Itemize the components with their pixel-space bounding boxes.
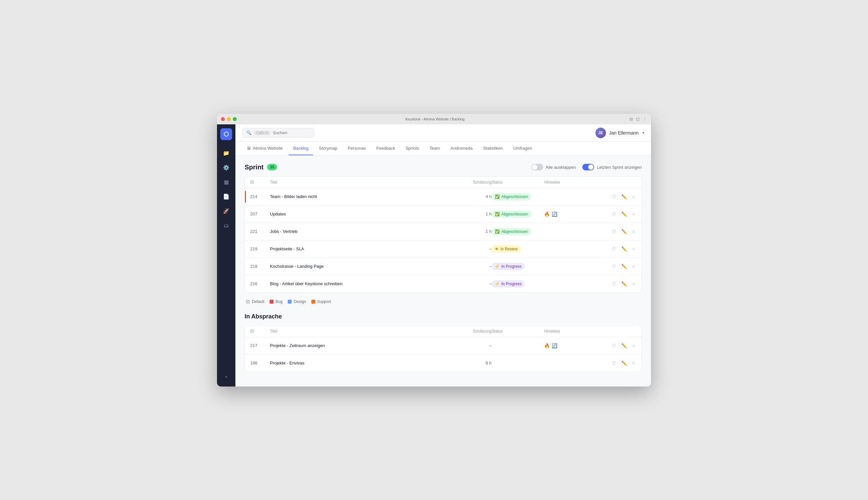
app-logo[interactable]: ⬡: [220, 128, 232, 140]
tab-personas-label: Personas: [348, 146, 366, 151]
timer-icon[interactable]: ⏱: [610, 193, 617, 201]
chevron-down-icon[interactable]: ▾: [643, 130, 645, 135]
sidebar-item-documents[interactable]: 📄: [220, 191, 232, 203]
tab-backlog[interactable]: Backlog: [289, 142, 313, 155]
window-title: Keystone - Atmina Website | Backlog: [241, 117, 629, 121]
search-box[interactable]: 🔍 CMD+K: [242, 128, 314, 137]
fullscreen-icon: ⊡: [636, 116, 640, 122]
sprint-badge: 35: [267, 164, 277, 170]
more-icon[interactable]: ≡: [631, 245, 636, 253]
timer-icon[interactable]: ⏱: [610, 359, 617, 367]
status-check-icon: ✅: [495, 194, 500, 199]
row-estimate: –: [452, 343, 491, 348]
row-title: Updates: [270, 212, 452, 216]
row-title: Team - Bilder laden nicht: [270, 194, 452, 199]
close-button[interactable]: [221, 117, 225, 121]
tab-statistiken[interactable]: Statistiken: [478, 142, 507, 155]
more-icon[interactable]: ≡: [631, 228, 636, 236]
edit-icon[interactable]: ✏️: [620, 210, 628, 218]
row-actions: ⏱ ✏️ ≡: [597, 342, 636, 350]
more-icon[interactable]: ≡: [631, 193, 636, 201]
tab-storymap[interactable]: Storymap: [314, 142, 342, 155]
topbar-right: JE Jan Ellermann ▾: [595, 128, 645, 138]
more-icon[interactable]: ≡: [631, 262, 636, 270]
col-id: ID: [250, 180, 270, 184]
tab-personas[interactable]: Personas: [343, 142, 371, 155]
sidebar-expand-button[interactable]: »: [220, 371, 232, 383]
timer-icon[interactable]: ⏱: [610, 245, 617, 253]
tab-team[interactable]: Team: [425, 142, 444, 155]
more-icon[interactable]: ≡: [631, 342, 636, 350]
tab-andromeda-label: Andromeda: [450, 146, 473, 151]
table-row: 207 Updates 1 h ✅ Abgeschlossen 🔥 🔄: [245, 206, 641, 223]
status-check-icon: ✅: [495, 229, 500, 234]
legend-item-support: Support: [311, 299, 331, 304]
absprache-table: ID Titel Schätzung Status Hinweise 217 P…: [245, 325, 642, 372]
expand-toggle[interactable]: [531, 164, 543, 170]
row-estimate: 1 h: [452, 212, 491, 216]
toggle-knob: [532, 164, 537, 170]
last-sprint-toggle[interactable]: [582, 164, 594, 170]
col-actions: [597, 329, 636, 333]
edit-icon[interactable]: ✏️: [620, 245, 628, 253]
col-title: Titel: [270, 329, 452, 333]
row-actions: ⏱ ✏️ ≡: [597, 228, 636, 236]
legend-color-default: [246, 300, 250, 304]
status-badge: ✅ Abgeschlossen: [491, 211, 531, 218]
sidebar: ⬡ 📁 ⚙️ ▦ 📄 🚀 🗂 »: [217, 124, 235, 387]
col-actions: [597, 180, 636, 184]
tab-umfragen[interactable]: Umfragen: [509, 142, 536, 155]
timer-icon[interactable]: ⏱: [610, 210, 617, 218]
titlebar-actions: ⊞ ⊡ ⋮: [629, 116, 647, 122]
tab-sprints-label: Sprints: [406, 146, 419, 151]
edit-icon[interactable]: ✏️: [620, 193, 628, 201]
tab-storymap-label: Storymap: [319, 146, 337, 151]
edit-icon[interactable]: ✏️: [620, 342, 628, 350]
edit-icon[interactable]: ✏️: [620, 359, 628, 367]
row-estimate: –: [452, 246, 491, 251]
legend-color-bug: [270, 300, 274, 304]
row-status: ✅ Abgeschlossen: [491, 193, 544, 200]
status-label: Abgeschlossen: [501, 194, 528, 199]
tab-atmina[interactable]: 🖥 Atmina Website: [242, 142, 287, 155]
row-title: Blog - Artikel über Keystone schreiben: [270, 281, 452, 286]
row-status: ✅ Abgeschlossen: [491, 228, 544, 235]
timer-icon[interactable]: ⏱: [610, 280, 617, 288]
more-icon[interactable]: ≡: [631, 280, 636, 288]
legend-label-bug: Bug: [276, 299, 282, 304]
sidebar-item-projects[interactable]: 📁: [220, 147, 232, 159]
tab-andromeda[interactable]: Andromeda: [446, 142, 477, 155]
more-icon[interactable]: ≡: [631, 210, 636, 218]
row-status: ⚡ In Progress: [491, 263, 544, 270]
edit-icon[interactable]: ✏️: [620, 262, 628, 270]
tab-feedback[interactable]: Feedback: [372, 142, 400, 155]
timer-icon[interactable]: ⏱: [610, 262, 617, 270]
maximize-button[interactable]: [233, 117, 237, 121]
timer-icon[interactable]: ⏱: [610, 342, 617, 350]
row-id: 218: [250, 264, 270, 269]
row-actions: ⏱ ✏️ ≡: [597, 262, 636, 270]
search-input[interactable]: [273, 130, 310, 135]
timer-icon[interactable]: ⏱: [610, 228, 617, 236]
tab-atmina-label: Atmina Website: [253, 146, 283, 151]
legend-color-design: [288, 300, 292, 304]
sidebar-item-settings[interactable]: ⚙️: [220, 162, 232, 174]
row-actions: ⏱ ✏️ ≡: [597, 210, 636, 218]
tab-sprints[interactable]: Sprints: [401, 142, 424, 155]
edit-icon[interactable]: ✏️: [620, 280, 628, 288]
minimize-button[interactable]: [227, 117, 231, 121]
row-actions: ⏱ ✏️ ≡: [597, 280, 636, 288]
status-progress-icon: ⚡: [495, 282, 500, 286]
toggle-knob-2: [588, 164, 593, 170]
legend-label-design: Design: [293, 299, 306, 304]
row-id: 217: [250, 343, 270, 348]
sidebar-item-table[interactable]: 🗂: [220, 220, 232, 231]
tab-backlog-label: Backlog: [293, 146, 309, 151]
titlebar: Keystone - Atmina Website | Backlog ⊞ ⊡ …: [217, 114, 651, 124]
topbar: 🔍 CMD+K JE Jan Ellermann ▾: [235, 124, 651, 142]
legend-label-support: Support: [317, 299, 331, 304]
sidebar-item-rocket[interactable]: 🚀: [220, 205, 232, 217]
sidebar-item-dashboard[interactable]: ▦: [220, 176, 232, 188]
edit-icon[interactable]: ✏️: [620, 228, 628, 236]
more-icon[interactable]: ≡: [631, 359, 636, 367]
